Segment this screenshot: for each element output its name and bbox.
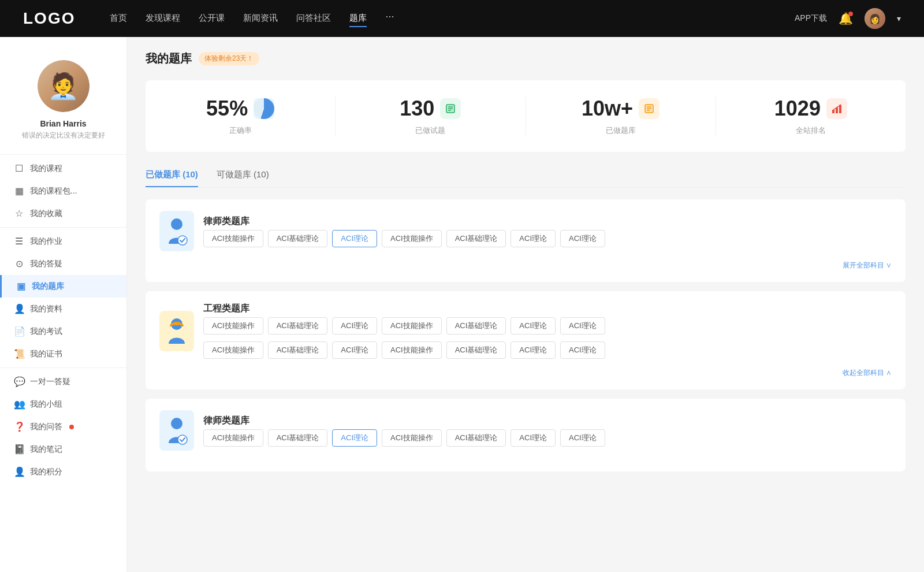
stat-done-banks-top: 10w+ xyxy=(538,96,704,121)
sidebar-item-homework[interactable]: ☰ 我的作业 xyxy=(0,230,126,252)
nav-news[interactable]: 新闻资讯 xyxy=(243,10,278,27)
bank-section-lawyer-1-header: 律师类题库 ACI技能操作 ACI基础理论 ACI理论 ACI技能操作 ACI基… xyxy=(159,211,892,251)
sidebar-label-group: 我的小组 xyxy=(30,399,62,410)
nav-qa[interactable]: 问答社区 xyxy=(296,10,331,27)
bank-section-engineer: 工程类题库 ACI技能操作 ACI基础理论 ACI理论 ACI技能操作 ACI基… xyxy=(146,291,906,389)
sidebar-item-certificate[interactable]: 📜 我的证书 xyxy=(0,343,126,365)
stat-done-questions-top: 130 xyxy=(347,96,513,121)
bank-tag[interactable]: ACI理论 xyxy=(511,317,556,335)
tab-available[interactable]: 可做题库 (10) xyxy=(217,164,269,187)
nav-more[interactable]: ··· xyxy=(385,10,394,27)
sidebar-item-qa-mine[interactable]: ⊙ 我的答疑 xyxy=(0,252,126,275)
bank-tag[interactable]: ACI基础理论 xyxy=(268,230,328,247)
group-icon: 👥 xyxy=(14,399,24,410)
svg-rect-17 xyxy=(174,322,179,325)
bank-tag[interactable]: ACI基础理论 xyxy=(446,230,506,247)
bank-tag[interactable]: ACI基础理论 xyxy=(446,341,506,359)
bank-title-lawyer-2: 律师类题库 xyxy=(203,415,605,427)
bank-tag[interactable]: ACI技能操作 xyxy=(203,429,263,447)
stat-done-questions: 130 已做试题 xyxy=(336,96,526,136)
bank-title-lawyer-1: 律师类题库 xyxy=(203,216,605,228)
bank-tag[interactable]: ACI理论 xyxy=(560,317,605,335)
sidebar-label-exam: 我的考试 xyxy=(30,326,62,337)
notification-bell[interactable]: 🔔 xyxy=(839,12,853,25)
sidebar-item-one-on-one[interactable]: 💬 一对一答疑 xyxy=(0,370,126,393)
sidebar-item-course[interactable]: ☐ 我的课程 xyxy=(0,157,126,180)
sidebar-item-my-qa[interactable]: ❓ 我的问答 xyxy=(0,415,126,438)
svg-point-14 xyxy=(171,218,182,230)
sidebar-item-exam[interactable]: 📄 我的考试 xyxy=(0,320,126,343)
bank-tag[interactable]: ACI技能操作 xyxy=(382,429,442,447)
bank-tag[interactable]: ACI技能操作 xyxy=(203,317,263,335)
sidebar-item-course-pack[interactable]: ▦ 我的课程包... xyxy=(0,180,126,202)
chevron-down-icon[interactable]: ▾ xyxy=(897,14,901,23)
bank-tag[interactable]: ACI理论 xyxy=(560,230,605,247)
nav-home[interactable]: 首页 xyxy=(110,10,127,27)
sidebar-label-course: 我的课程 xyxy=(30,164,62,174)
bank-tag[interactable]: ACI技能操作 xyxy=(203,230,263,247)
sidebar-label-course-pack: 我的课程包... xyxy=(30,186,77,196)
app-download[interactable]: APP下载 xyxy=(795,13,827,24)
sidebar-divider-1 xyxy=(0,154,126,155)
trial-badge: 体验剩余23天！ xyxy=(199,52,259,65)
sidebar-item-favorites[interactable]: ☆ 我的收藏 xyxy=(0,202,126,225)
bank-tag[interactable]: ACI基础理论 xyxy=(268,317,328,335)
sidebar-item-profile[interactable]: 👤 我的资料 xyxy=(0,298,126,320)
bank-tag-active[interactable]: ACI理论 xyxy=(332,429,377,447)
sidebar-divider-3 xyxy=(0,367,126,368)
bank-tag[interactable]: ACI理论 xyxy=(511,230,556,247)
bank-tag[interactable]: ACI理论 xyxy=(560,429,605,447)
nav-questionbank[interactable]: 题库 xyxy=(349,10,367,27)
course-icon: ☐ xyxy=(14,163,24,174)
star-icon: ☆ xyxy=(14,208,24,219)
stat-ranking-top: 1029 xyxy=(728,96,894,121)
sidebar-item-notes[interactable]: 📓 我的笔记 xyxy=(0,438,126,460)
bank-collapse-engineer[interactable]: 收起全部科目 ∧ xyxy=(159,368,892,378)
sidebar-item-points[interactable]: 👤 我的积分 xyxy=(0,460,126,483)
exam-icon: 📄 xyxy=(14,326,24,337)
nav-discover[interactable]: 发现课程 xyxy=(146,10,180,27)
bank-tag[interactable]: ACI技能操作 xyxy=(382,230,442,247)
lawyer-icon-2 xyxy=(159,410,194,451)
bank-tag[interactable]: ACI技能操作 xyxy=(203,341,263,359)
stat-done-banks-value: 10w+ xyxy=(582,96,633,121)
page-wrapper: 🧑‍💼 Brian Harris 错误的决定比没有决定要好 ☐ 我的课程 ▦ 我… xyxy=(0,37,924,572)
sidebar: 🧑‍💼 Brian Harris 错误的决定比没有决定要好 ☐ 我的课程 ▦ 我… xyxy=(0,37,127,572)
sidebar-item-question-bank[interactable]: ▣ 我的题库 xyxy=(0,275,126,298)
sidebar-label-certificate: 我的证书 xyxy=(30,349,62,359)
points-icon: 👤 xyxy=(14,466,24,477)
nav-links: 首页 发现课程 公开课 新闻资讯 问答社区 题库 ··· xyxy=(110,10,795,27)
sidebar-label-points: 我的积分 xyxy=(30,467,62,477)
bank-tag[interactable]: ACI技能操作 xyxy=(382,317,442,335)
sidebar-divider-2 xyxy=(0,227,126,228)
sidebar-motto: 错误的决定比没有决定要好 xyxy=(9,131,117,140)
tab-done[interactable]: 已做题库 (10) xyxy=(146,164,198,187)
question-bank-icon: ▣ xyxy=(16,281,26,292)
bank-expand-lawyer-1[interactable]: 展开全部科目 ∨ xyxy=(159,261,892,270)
bank-tag[interactable]: ACI基础理论 xyxy=(446,317,506,335)
bank-tag-active[interactable]: ACI理论 xyxy=(332,230,377,247)
stat-accuracy-label: 正确率 xyxy=(157,125,323,136)
bank-tag[interactable]: ACI基础理论 xyxy=(268,341,328,359)
nav-right: APP下载 🔔 👩 ▾ xyxy=(795,8,901,29)
avatar[interactable]: 👩 xyxy=(865,8,885,29)
stat-accuracy-value: 55% xyxy=(206,96,248,121)
sidebar-label-my-qa: 我的问答 xyxy=(30,422,62,432)
svg-rect-12 xyxy=(839,105,841,113)
bank-tag[interactable]: ACI理论 xyxy=(332,341,377,359)
svg-point-19 xyxy=(178,435,187,444)
bank-tag[interactable]: ACI技能操作 xyxy=(382,341,442,359)
bank-tag[interactable]: ACI理论 xyxy=(511,429,556,447)
bank-tag[interactable]: ACI基础理论 xyxy=(268,429,328,447)
svg-rect-10 xyxy=(832,110,834,113)
my-qa-icon: ❓ xyxy=(14,421,24,432)
bank-tag[interactable]: ACI理论 xyxy=(560,341,605,359)
bank-tag[interactable]: ACI理论 xyxy=(511,341,556,359)
sidebar-item-group[interactable]: 👥 我的小组 xyxy=(0,393,126,415)
main-content: 我的题库 体验剩余23天！ 55% 正确率 130 xyxy=(127,37,924,572)
notes-icon: 📓 xyxy=(14,444,24,455)
nav-opencourse[interactable]: 公开课 xyxy=(199,10,225,27)
bank-tag[interactable]: ACI基础理论 xyxy=(446,429,506,447)
bank-section-engineer-header: 工程类题库 ACI技能操作 ACI基础理论 ACI理论 ACI技能操作 ACI基… xyxy=(159,303,892,359)
bank-tag[interactable]: ACI理论 xyxy=(332,317,377,335)
